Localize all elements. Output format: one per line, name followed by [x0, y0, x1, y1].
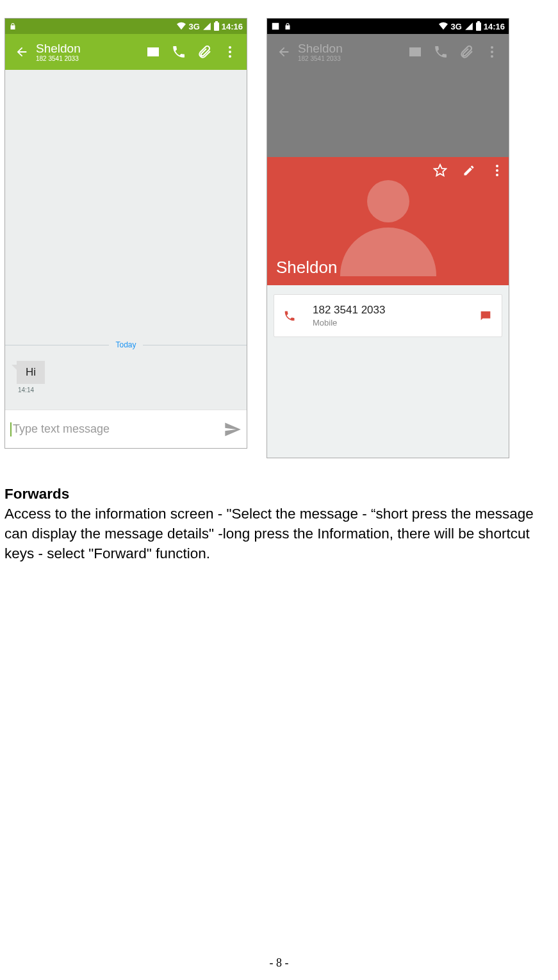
- status-left: [271, 22, 291, 31]
- contact-number: 182 3541 2033: [298, 55, 343, 62]
- message-button[interactable]: [479, 309, 493, 323]
- more-button[interactable]: [491, 165, 504, 176]
- more-vert-icon: [491, 46, 493, 58]
- paperclip-icon: [459, 44, 474, 60]
- arrow-left-icon: [15, 45, 29, 59]
- status-right: 3G 14:16: [177, 22, 243, 31]
- call-button[interactable]: [428, 39, 454, 65]
- screenshot-messaging: 3G 14:16 Sheldon 182 3541 2033: [4, 18, 247, 449]
- contact-card-icon: [145, 44, 161, 60]
- message-time: 14:14: [17, 384, 45, 396]
- send-icon: [225, 422, 241, 436]
- network-label: 3G: [450, 22, 461, 31]
- phone-type: Mobile: [313, 318, 479, 328]
- attach-button[interactable]: [192, 39, 217, 65]
- pencil-icon: [464, 166, 474, 176]
- status-bar: 3G 14:16: [5, 19, 247, 34]
- send-button[interactable]: [224, 420, 242, 438]
- section-heading: Forwards: [4, 484, 554, 504]
- back-button[interactable]: [9, 39, 35, 65]
- contact-name: Sheldon: [36, 42, 81, 55]
- page-number: - 8 -: [0, 956, 558, 970]
- section-body: Access to the information screen - "Sele…: [4, 504, 554, 563]
- wifi-icon: [177, 22, 186, 31]
- contact-name: Sheldon: [298, 42, 343, 55]
- screenshot-contact: 3G 14:16 Sheldon 182 3541 2033: [267, 18, 509, 458]
- star-button[interactable]: [433, 163, 447, 178]
- phone-icon: [433, 44, 448, 60]
- contact-header: Sheldon: [267, 157, 509, 285]
- back-button[interactable]: [271, 39, 297, 65]
- edit-button[interactable]: [463, 164, 475, 177]
- message-icon: [481, 311, 491, 320]
- date-divider: Today: [5, 340, 247, 349]
- status-bar: 3G 14:16: [267, 19, 509, 34]
- text-cursor: [10, 422, 12, 436]
- compose-bar: Type text message: [5, 410, 247, 448]
- compose-input[interactable]: Type text message: [13, 422, 224, 436]
- date-divider-label: Today: [109, 340, 142, 349]
- status-left: [9, 22, 17, 31]
- contact-card-icon: [407, 44, 423, 60]
- document-text: Forwards Access to the information scree…: [4, 484, 554, 563]
- phone-row[interactable]: 182 3541 2033 Mobile: [274, 294, 502, 337]
- app-bar: Sheldon 182 3541 2033: [5, 34, 247, 70]
- call-button[interactable]: [166, 39, 192, 65]
- person-icon: [367, 180, 409, 222]
- battery-icon: [214, 22, 219, 31]
- message-thread[interactable]: Today Hi 14:14: [5, 70, 247, 410]
- contact-number: 182 3541 2033: [36, 55, 81, 62]
- battery-icon: [476, 22, 481, 31]
- signal-icon: [202, 22, 211, 31]
- image-icon: [271, 22, 280, 31]
- message-bubble: Hi: [17, 361, 45, 384]
- phone-icon: [283, 310, 296, 322]
- network-label: 3G: [188, 22, 199, 31]
- phone-icon: [171, 44, 186, 60]
- attach-button[interactable]: [454, 39, 479, 65]
- contact-details: 182 3541 2033 Mobile: [267, 285, 509, 458]
- more-button[interactable]: [217, 39, 243, 65]
- contact-card-button[interactable]: [140, 39, 166, 65]
- screenshot-row: 3G 14:16 Sheldon 182 3541 2033: [4, 18, 554, 458]
- dimmed-background: [267, 70, 509, 157]
- contact-avatar: [340, 180, 436, 276]
- message-item[interactable]: Hi 14:14: [17, 361, 45, 396]
- contact-card-button[interactable]: [402, 39, 428, 65]
- conversation-title: Sheldon 182 3541 2033: [297, 42, 343, 62]
- clock-label: 14:16: [222, 22, 243, 31]
- signal-icon: [464, 22, 473, 31]
- phone-number: 182 3541 2033: [313, 304, 479, 317]
- lock-icon: [9, 22, 17, 31]
- document-page: 3G 14:16 Sheldon 182 3541 2033: [0, 0, 558, 980]
- lock-icon: [284, 22, 291, 31]
- paperclip-icon: [197, 44, 212, 60]
- contact-display-name: Sheldon: [276, 258, 337, 278]
- star-icon: [434, 165, 446, 176]
- more-button[interactable]: [479, 39, 505, 65]
- app-bar-dimmed: Sheldon 182 3541 2033: [267, 34, 509, 70]
- clock-label: 14:16: [484, 22, 505, 31]
- conversation-title[interactable]: Sheldon 182 3541 2033: [35, 42, 81, 62]
- status-right: 3G 14:16: [439, 22, 505, 31]
- wifi-icon: [439, 22, 448, 31]
- arrow-left-icon: [277, 45, 291, 59]
- more-vert-icon: [229, 46, 231, 58]
